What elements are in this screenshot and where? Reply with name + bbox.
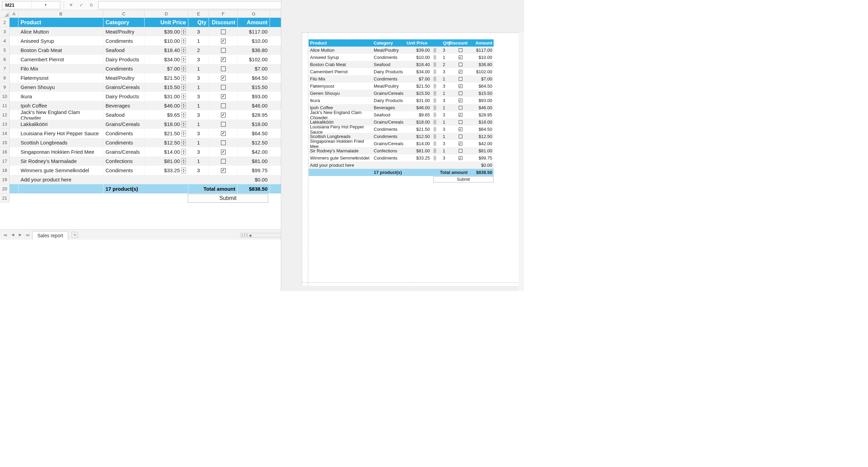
qty-spinner[interactable]: ▲▼: [181, 130, 186, 137]
cell[interactable]: Beverages: [103, 101, 145, 110]
cell[interactable]: $64.50: [238, 129, 270, 138]
discount-checkbox[interactable]: ✓: [221, 39, 226, 43]
cell[interactable]: [10, 83, 18, 92]
scroll-left-icon[interactable]: ◀: [248, 233, 252, 237]
cell[interactable]: Louisiana Fiery Hot Pepper Sauce: [18, 129, 103, 138]
cell[interactable]: [209, 156, 238, 166]
cell[interactable]: [10, 64, 18, 73]
cell[interactable]: Discount: [209, 18, 238, 27]
cell[interactable]: ✓: [209, 92, 238, 101]
cell[interactable]: ✓: [209, 55, 238, 64]
tab-nav-last-icon[interactable]: ⏭: [25, 233, 31, 237]
qty-spinner[interactable]: ▲▼: [181, 167, 186, 174]
cell[interactable]: Add your product here: [18, 175, 103, 184]
qty-spinner[interactable]: ▲▼: [181, 66, 186, 72]
cell[interactable]: [10, 138, 18, 147]
cell[interactable]: [103, 175, 145, 184]
discount-checkbox[interactable]: [221, 103, 226, 108]
cell[interactable]: [209, 138, 238, 147]
cell[interactable]: 1: [188, 64, 209, 73]
row-header[interactable]: 7: [0, 64, 10, 73]
cell[interactable]: $9.65▲▼: [145, 110, 188, 119]
qty-spinner[interactable]: ▲▼: [181, 47, 186, 53]
cell[interactable]: $18.00▲▼: [145, 119, 188, 129]
cell[interactable]: [10, 129, 18, 138]
cell[interactable]: [10, 147, 18, 156]
cell[interactable]: $18.00: [238, 119, 270, 129]
cell[interactable]: [209, 83, 238, 92]
cell[interactable]: $81.00: [238, 156, 270, 166]
column-header[interactable]: G: [238, 10, 270, 18]
cell[interactable]: Grains/Cereals: [103, 119, 145, 129]
row-header[interactable]: 20: [0, 184, 10, 193]
discount-checkbox[interactable]: [221, 66, 226, 71]
qty-spinner[interactable]: ▲▼: [181, 158, 186, 164]
cell[interactable]: Jack's New England Clam Chowder: [18, 110, 103, 119]
qty-spinner[interactable]: ▲▼: [181, 121, 186, 127]
cell[interactable]: Lakkalikööri: [18, 119, 103, 129]
cell[interactable]: $39.00▲▼: [145, 27, 188, 36]
cell[interactable]: 3: [188, 129, 209, 138]
cell[interactable]: Genen Shouyu: [18, 83, 103, 92]
qty-spinner[interactable]: ▲▼: [181, 112, 186, 118]
row-header[interactable]: 15: [0, 138, 10, 147]
cell[interactable]: [10, 119, 18, 129]
cell[interactable]: $34.00▲▼: [145, 55, 188, 64]
cell[interactable]: 1: [188, 101, 209, 110]
cell[interactable]: Condiments: [103, 36, 145, 46]
cell[interactable]: 3: [188, 73, 209, 83]
cell[interactable]: 17 product(s): [103, 184, 188, 193]
discount-checkbox[interactable]: ✓: [221, 76, 226, 80]
qty-spinner[interactable]: ▲▼: [181, 84, 186, 90]
row-header[interactable]: 2: [0, 18, 10, 27]
row-header[interactable]: 5: [0, 46, 10, 55]
cell[interactable]: $31.00▲▼: [145, 92, 188, 101]
discount-checkbox[interactable]: ✓: [221, 57, 226, 62]
cell[interactable]: [10, 27, 18, 36]
cell[interactable]: $36.80: [238, 46, 270, 55]
name-box-dropdown-icon[interactable]: ▼: [31, 1, 60, 9]
cancel-edit-icon[interactable]: ✕: [67, 2, 74, 9]
cell[interactable]: 2: [188, 46, 209, 55]
cell[interactable]: Filo Mix: [18, 64, 103, 73]
worksheet-grid[interactable]: ABCDEFGH 2345678910111213141516171819202…: [0, 10, 311, 220]
cell[interactable]: Alice Mutton: [18, 27, 103, 36]
cell[interactable]: $64.50: [238, 73, 270, 83]
cell[interactable]: $0.00: [238, 175, 270, 184]
cell[interactable]: Dairy Products: [103, 92, 145, 101]
tab-nav-first-icon[interactable]: ⏮: [2, 233, 8, 237]
cell[interactable]: $15.50: [238, 83, 270, 92]
row-header[interactable]: 8: [0, 73, 10, 83]
qty-spinner[interactable]: ▲▼: [181, 38, 186, 44]
cell[interactable]: Product: [18, 18, 103, 27]
discount-checkbox[interactable]: ✓: [221, 113, 226, 117]
row-header[interactable]: 4: [0, 36, 10, 46]
cell[interactable]: [209, 27, 238, 36]
cell[interactable]: [10, 36, 18, 46]
cell[interactable]: Scottish Longbreads: [18, 138, 103, 147]
row-header[interactable]: 17: [0, 156, 10, 166]
cell[interactable]: ✓: [209, 36, 238, 46]
row-header[interactable]: 14: [0, 129, 10, 138]
cell[interactable]: Qty: [188, 18, 209, 27]
cell[interactable]: Fløtemysost: [18, 73, 103, 83]
cell[interactable]: $99.75: [238, 166, 270, 175]
discount-checkbox[interactable]: [221, 29, 226, 34]
cell[interactable]: 3: [188, 147, 209, 156]
cell[interactable]: ✓: [209, 166, 238, 175]
select-all-button[interactable]: [0, 10, 10, 18]
cell[interactable]: [10, 175, 18, 184]
row-header[interactable]: 11: [0, 101, 10, 110]
discount-checkbox[interactable]: ✓: [221, 150, 226, 154]
qty-spinner[interactable]: ▲▼: [181, 103, 186, 109]
cell[interactable]: Condiments: [103, 129, 145, 138]
cell[interactable]: Camembert Pierrot: [18, 55, 103, 64]
cell[interactable]: [209, 101, 238, 110]
cell[interactable]: [10, 55, 18, 64]
column-header[interactable]: D: [145, 10, 188, 18]
cell[interactable]: [10, 46, 18, 55]
cell[interactable]: Amount: [238, 18, 270, 27]
row-header[interactable]: 3: [0, 27, 10, 36]
discount-checkbox[interactable]: ✓: [221, 131, 226, 136]
cell[interactable]: [10, 110, 18, 119]
